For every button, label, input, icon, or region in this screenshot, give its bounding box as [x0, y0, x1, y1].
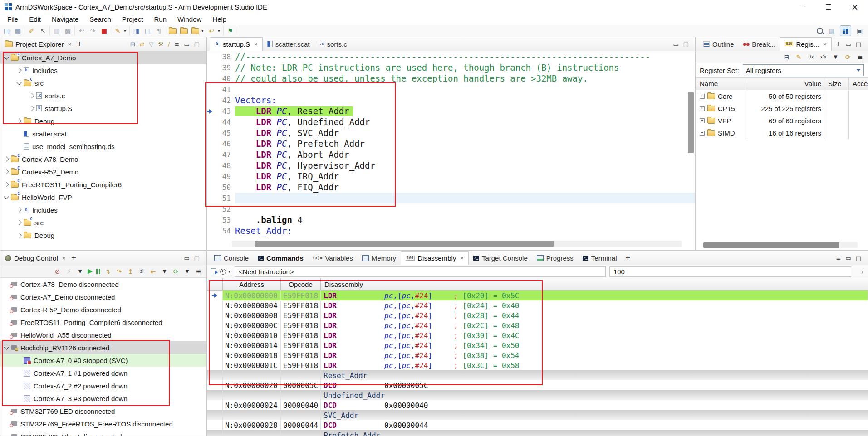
editor-horizontal-scrollbar[interactable] [232, 241, 682, 247]
code-line-53[interactable]: 53 .balign 4 [207, 214, 695, 225]
new-view-button[interactable]: + [73, 39, 86, 49]
highlighter-icon[interactable]: ✎ [114, 28, 122, 34]
tab-outline[interactable]: Outline [699, 37, 739, 51]
refresh-menu-icon[interactable]: ▼ [183, 268, 191, 275]
code-line-46[interactable]: 46 LDR PC, Prefetch_Addr [207, 138, 695, 149]
debug-item-rockchip-rv1126-connected[interactable]: Rockchip_RV1126 connected [0, 341, 206, 354]
code-line-51[interactable]: 51 [207, 193, 695, 203]
disassembly-row-n-0x0000001c[interactable]: N:0x0000001CE59FF018LDRpc,[pc,#24]; [0x3… [207, 360, 868, 370]
open-perspective-icon[interactable]: ▦ [828, 28, 835, 34]
debug-item-cortex-a7-3-3-powered-down[interactable]: Cortex-A7_3 #3 powered down [0, 392, 206, 405]
tree-item-cortex-a78-demo[interactable]: Cortex-A78_Demo [0, 153, 206, 165]
debug-item-helloworld-a55-disconnected[interactable]: HelloWorld_A55 disconnected [0, 329, 206, 341]
disassembly-row-n-0x0000000c[interactable]: N:0x0000000CE59FF018LDRpc,[pc,#24]; [0x2… [207, 320, 868, 330]
debug-item-cortex-a78-demo-disconnected[interactable]: Cortex-A78_Demo disconnected [0, 278, 206, 291]
debug-item-stm32f769-led-disconnected[interactable]: STM32F769 LED disconnected [0, 405, 206, 417]
code-line-42[interactable]: 42Vectors: [207, 95, 695, 106]
debug-item-cortex-r-52-demo-disconnected[interactable]: Cortex-R 52_Demo disconnected [0, 303, 206, 316]
maximize-view-icon[interactable]: □ [194, 255, 200, 261]
tab-project-explorer[interactable]: Project Explorer × [3, 37, 73, 51]
model-connection-icon[interactable]: ▥ [14, 28, 22, 34]
tree-item-freertos11-porting-compiler6[interactable]: FreeRTOS11_Porting_Compiler6 [0, 178, 206, 191]
expand-icon[interactable] [700, 118, 705, 123]
debug-item-cortex-a7-demo-disconnected[interactable]: Cortex-A7_Demo disconnected [0, 291, 206, 303]
disassembly-row-n-0x00000020[interactable]: N:0x000000200000005CDCD0x0000005C [207, 380, 868, 390]
new-view-button[interactable]: + [832, 39, 845, 49]
history-icon[interactable] [220, 269, 226, 275]
tree-item-sorts-c[interactable]: .csorts.c [0, 89, 206, 102]
tree-item-debug[interactable]: Debug [0, 229, 206, 242]
tree-item-cortex-r52-demo[interactable]: Cortex-R52_Demo [0, 165, 206, 178]
registers-horizontal-scrollbar[interactable] [703, 242, 858, 248]
register-group-vfp[interactable]: VFP69 of 69 registers [696, 115, 868, 127]
disassembly-label-row-prefetch-addr[interactable]: Prefetch_Addr [207, 430, 868, 436]
tab-disassembly[interactable]: 101Disassembly× [401, 251, 469, 265]
tree-item-src[interactable]: src [0, 216, 206, 229]
code-line-43[interactable]: 43 LDR PC, Reset_Addr [207, 106, 695, 116]
register-set-combo[interactable]: All registers [743, 64, 864, 76]
tab-terminal[interactable]: >_Terminal [578, 251, 622, 265]
tab-regis[interactable]: 010Regis...× [780, 37, 832, 51]
dropdown-icon[interactable]: ▼ [201, 29, 204, 33]
view-menu-icon[interactable]: ≡ [836, 255, 841, 261]
pause-icon[interactable] [96, 269, 100, 274]
address-combo[interactable]: <Next Instruction> [235, 266, 606, 277]
back-icon[interactable]: ↩ [208, 28, 216, 34]
connect-icon[interactable]: ⚡ [65, 268, 73, 275]
recent-folder-icon[interactable] [191, 28, 199, 34]
debug-perspective-button[interactable]: ▣ [856, 28, 863, 34]
code-line-39[interactable]: 39// Note: LDR PC instructions are used … [207, 62, 695, 73]
minimize-button[interactable] [789, 0, 815, 14]
open-resource-icon[interactable] [180, 28, 188, 34]
disassembly-row-n-0x00000008[interactable]: N:0x00000008E59FF018LDRpc,[pc,#24]; [0x2… [207, 310, 868, 320]
maximize-view-icon[interactable]: □ [683, 41, 689, 47]
scrollbar-thumb[interactable] [703, 242, 839, 248]
code-line-41[interactable]: 41 [207, 84, 695, 95]
code-line-47[interactable]: 47 LDR PC, Abort_Addr [207, 149, 695, 160]
pilcrow-icon[interactable]: ¶ [155, 28, 163, 34]
menu-window[interactable]: Window [172, 15, 207, 23]
expand-icon[interactable] [16, 118, 21, 123]
maximize-view-icon[interactable]: □ [856, 41, 861, 47]
menu-edit[interactable]: Edit [24, 15, 46, 23]
code-line-49[interactable]: 49 LDR PC, IRQ_Addr [207, 171, 695, 182]
close-tab-icon[interactable]: × [823, 41, 827, 48]
menu-navigate[interactable]: Navigate [46, 15, 84, 23]
code-line-40[interactable]: 40// could also be used, unless the exce… [207, 73, 695, 84]
save-icon[interactable]: ▦ [53, 28, 60, 34]
disassembly-label-row-svc-addr[interactable]: SVC_Addr [207, 410, 868, 420]
view-menu-icon[interactable]: ≡ [175, 41, 180, 47]
tab-break[interactable]: ●●Break... [739, 37, 780, 51]
select-element-icon[interactable]: ↖ [39, 28, 47, 34]
code-line-38[interactable]: 38//------------------------------------… [207, 51, 695, 62]
debug-item-stm32f769-freertos-freertos-disconnected[interactable]: STM32F769_FreeRTOS_FreeRTOS disconnected [0, 417, 206, 430]
debug-item-stm32f769-uboot-disconnected[interactable]: STM32F769_Uboot disconnected [0, 430, 206, 436]
chevron-right-icon[interactable]: › [861, 269, 864, 275]
minimize-view-icon[interactable]: ▭ [184, 255, 189, 261]
minimize-view-icon[interactable]: ▭ [845, 41, 851, 47]
maximize-view-icon[interactable]: □ [856, 255, 861, 261]
expand-icon[interactable] [16, 220, 21, 225]
collapse-icon[interactable] [4, 194, 9, 199]
new-wizard-icon[interactable]: ▤ [3, 28, 10, 34]
close-tab-icon[interactable]: × [68, 41, 72, 48]
development-studio-perspective-button[interactable] [840, 25, 851, 36]
code-line-50[interactable]: 50 LDR PC, FIQ_Addr [207, 182, 695, 193]
tree-item-includes[interactable]: hIncludes [0, 203, 206, 216]
disassembly-row-n-0x00000024[interactable]: N:0x0000002400000040DCD0x00000040 [207, 400, 868, 410]
minimize-view-icon[interactable]: ▭ [673, 41, 678, 47]
close-tab-icon[interactable]: × [254, 41, 258, 48]
refresh-icon[interactable]: ⟳ [172, 268, 180, 275]
clean-icon[interactable]: ∕ [168, 41, 170, 47]
expand-icon[interactable] [4, 182, 9, 187]
maximize-button[interactable] [815, 0, 842, 14]
menu-file[interactable]: File [2, 15, 24, 23]
register-group-cp15[interactable]: CP15225 of 225 registers [696, 102, 868, 115]
close-tab-icon[interactable]: × [460, 255, 464, 262]
expand-icon[interactable] [16, 68, 21, 73]
debug-wand-icon[interactable]: ✐ [28, 28, 35, 34]
close-tab-icon[interactable]: × [62, 255, 66, 262]
export-icon[interactable] [211, 268, 216, 275]
stop-record-icon[interactable]: ■ [100, 28, 108, 34]
tab-debug-control[interactable]: Debug Control × [3, 251, 67, 265]
